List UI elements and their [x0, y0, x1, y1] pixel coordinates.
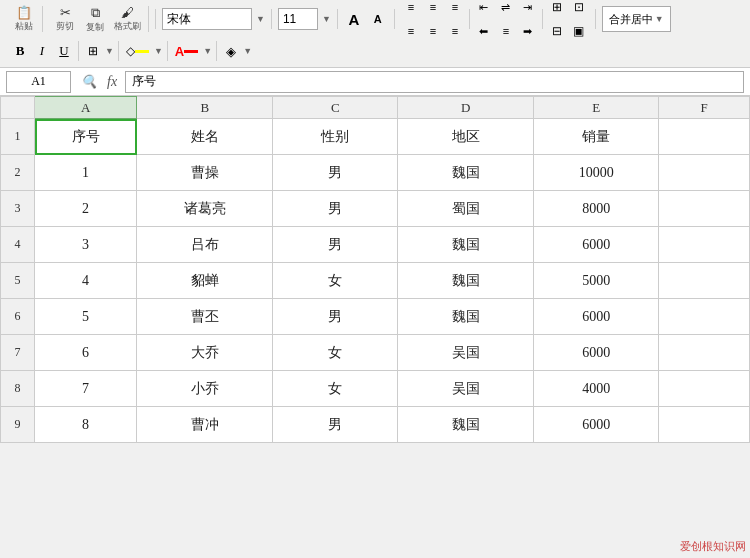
cell-9-f[interactable]	[659, 407, 750, 443]
col-header-c[interactable]: C	[273, 97, 398, 119]
align-left-button[interactable]: ⬅	[474, 20, 494, 42]
cell-5-b[interactable]: 貂蝉	[137, 263, 273, 299]
fill-color-dropdown-icon[interactable]: ▼	[154, 46, 163, 56]
col-header-a[interactable]: A	[35, 97, 137, 119]
col-header-e[interactable]: E	[534, 97, 659, 119]
merge-center-button[interactable]: 合并居中 ▼	[602, 6, 671, 32]
cell-9-a[interactable]: 8	[35, 407, 137, 443]
cell-reference-input[interactable]	[6, 71, 71, 93]
border-none-button[interactable]: ▣	[569, 20, 589, 42]
cell-6-e[interactable]: 6000	[534, 299, 659, 335]
font-size-input[interactable]	[278, 8, 318, 30]
cell-4-a[interactable]: 3	[35, 227, 137, 263]
format-painter-button[interactable]: 🖌 格式刷	[111, 6, 144, 32]
cell-3-d[interactable]: 蜀国	[398, 191, 534, 227]
cell-5-c[interactable]: 女	[273, 263, 398, 299]
cell-7-c[interactable]: 女	[273, 335, 398, 371]
align-center-button[interactable]: ≡	[496, 20, 516, 42]
font-color-dropdown-icon[interactable]: ▼	[203, 46, 212, 56]
align-top-center-button[interactable]: ≡	[423, 0, 443, 18]
cell-8-e[interactable]: 4000	[534, 371, 659, 407]
cell-8-b[interactable]: 小乔	[137, 371, 273, 407]
cell-9-e[interactable]: 6000	[534, 407, 659, 443]
font-size-dropdown-icon[interactable]: ▼	[322, 14, 331, 24]
paint-dropdown-icon[interactable]: ▼	[243, 46, 252, 56]
align-top-left-button[interactable]: ≡	[401, 0, 421, 18]
cell-5-d[interactable]: 魏国	[398, 263, 534, 299]
cell-7-f[interactable]	[659, 335, 750, 371]
copy-button[interactable]: ⧉ 复制	[81, 6, 109, 32]
border-inner-button[interactable]: ⊡	[569, 0, 589, 18]
col-header-d[interactable]: D	[398, 97, 534, 119]
cell-1-a[interactable]: 序号	[35, 119, 137, 155]
cell-7-b[interactable]: 大乔	[137, 335, 273, 371]
cell-1-c[interactable]: 性别	[273, 119, 398, 155]
cell-9-d[interactable]: 魏国	[398, 407, 534, 443]
cell-9-b[interactable]: 曹冲	[137, 407, 273, 443]
cell-8-d[interactable]: 吴国	[398, 371, 534, 407]
font-name-dropdown-icon[interactable]: ▼	[256, 14, 265, 24]
paint-button[interactable]: ◈	[221, 40, 241, 62]
cell-2-f[interactable]	[659, 155, 750, 191]
cell-4-b[interactable]: 吕布	[137, 227, 273, 263]
cell-3-c[interactable]: 男	[273, 191, 398, 227]
cell-6-a[interactable]: 5	[35, 299, 137, 335]
cell-2-c[interactable]: 男	[273, 155, 398, 191]
formula-input[interactable]	[125, 71, 744, 93]
col-header-b[interactable]: B	[137, 97, 273, 119]
cell-2-a[interactable]: 1	[35, 155, 137, 191]
cell-6-f[interactable]	[659, 299, 750, 335]
cell-4-c[interactable]: 男	[273, 227, 398, 263]
cell-4-e[interactable]: 6000	[534, 227, 659, 263]
cell-1-e[interactable]: 销量	[534, 119, 659, 155]
paste-button[interactable]: 📋 粘贴	[10, 6, 38, 32]
cell-6-d[interactable]: 魏国	[398, 299, 534, 335]
cell-4-d[interactable]: 魏国	[398, 227, 534, 263]
cell-8-c[interactable]: 女	[273, 371, 398, 407]
cell-1-b[interactable]: 姓名	[137, 119, 273, 155]
cell-1-d[interactable]: 地区	[398, 119, 534, 155]
align-bottom-center-button[interactable]: ≡	[423, 20, 443, 42]
font-name-input[interactable]	[162, 8, 252, 30]
underline-button[interactable]: U	[54, 40, 74, 62]
border-dropdown-icon[interactable]: ▼	[105, 46, 114, 56]
cell-3-e[interactable]: 8000	[534, 191, 659, 227]
fill-color-button[interactable]: ◇	[123, 40, 152, 62]
cell-8-a[interactable]: 7	[35, 371, 137, 407]
align-bottom-left-button[interactable]: ≡	[401, 20, 421, 42]
font-shrink-button[interactable]: A	[368, 8, 388, 30]
cell-2-e[interactable]: 10000	[534, 155, 659, 191]
cut-button[interactable]: ✂ 剪切	[51, 6, 79, 32]
align-top-right-button[interactable]: ≡	[445, 0, 465, 18]
merge-center-dropdown-icon[interactable]: ▼	[655, 14, 664, 24]
cell-4-f[interactable]	[659, 227, 750, 263]
indent-decrease-button[interactable]: ⇤	[474, 0, 494, 18]
font-grow-button[interactable]: A	[344, 8, 364, 30]
cell-8-f[interactable]	[659, 371, 750, 407]
cell-2-d[interactable]: 魏国	[398, 155, 534, 191]
border-button[interactable]: ⊞	[83, 40, 103, 62]
cell-3-f[interactable]	[659, 191, 750, 227]
cell-5-f[interactable]	[659, 263, 750, 299]
border-outer-button[interactable]: ⊞	[547, 0, 567, 18]
col-header-f[interactable]: F	[659, 97, 750, 119]
bold-button[interactable]: B	[10, 40, 30, 62]
border-all-button[interactable]: ⊟	[547, 20, 567, 42]
cell-9-c[interactable]: 男	[273, 407, 398, 443]
cell-2-b[interactable]: 曹操	[137, 155, 273, 191]
font-color-button[interactable]: A	[172, 40, 201, 62]
cell-7-e[interactable]: 6000	[534, 335, 659, 371]
cell-7-d[interactable]: 吴国	[398, 335, 534, 371]
italic-button[interactable]: I	[32, 40, 52, 62]
cell-6-c[interactable]: 男	[273, 299, 398, 335]
wrap-text-button[interactable]: ⇌	[496, 0, 516, 18]
indent-increase-button[interactable]: ⇥	[518, 0, 538, 18]
align-bottom-right-button[interactable]: ≡	[445, 20, 465, 42]
cell-3-a[interactable]: 2	[35, 191, 137, 227]
cell-6-b[interactable]: 曹丕	[137, 299, 273, 335]
cell-5-e[interactable]: 5000	[534, 263, 659, 299]
cell-5-a[interactable]: 4	[35, 263, 137, 299]
cell-1-f[interactable]	[659, 119, 750, 155]
align-right-button[interactable]: ➡	[518, 20, 538, 42]
cell-7-a[interactable]: 6	[35, 335, 137, 371]
